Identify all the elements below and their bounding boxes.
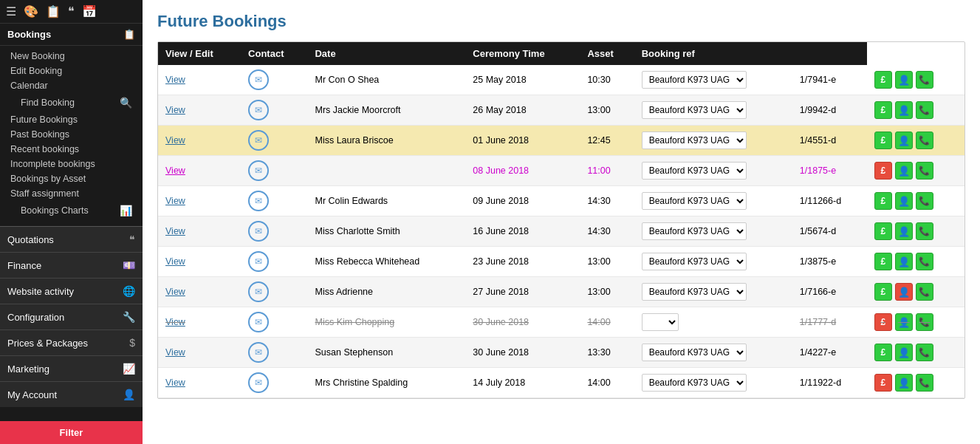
booking-ref: 1/1875-e xyxy=(792,156,867,186)
search-icon[interactable]: 🔍 xyxy=(120,97,132,109)
person-button[interactable]: 👤 xyxy=(895,192,913,210)
find-booking-row: Find Booking 🔍 xyxy=(0,93,143,112)
quotations-section[interactable]: Quotations ❝ xyxy=(0,226,143,252)
phone-button[interactable]: 📞 xyxy=(916,374,933,392)
view-link[interactable]: View xyxy=(165,347,185,358)
view-link[interactable]: View xyxy=(165,317,185,327)
view-link[interactable]: View xyxy=(165,287,185,297)
sidebar-item-edit-booking[interactable]: Edit Booking xyxy=(0,64,143,78)
person-button[interactable]: 👤 xyxy=(895,101,913,119)
money-button[interactable]: £ xyxy=(874,313,892,331)
prices-packages-section[interactable]: Prices & Packages $ xyxy=(0,329,143,355)
view-link[interactable]: View xyxy=(165,378,185,388)
phone-button[interactable]: 📞 xyxy=(916,101,933,119)
phone-button[interactable]: 📞 xyxy=(916,132,933,149)
asset-select[interactable]: Beauford K973 UAG xyxy=(642,101,747,119)
money-button[interactable]: £ xyxy=(874,344,892,361)
sidebar-item-future-bookings[interactable]: Future Bookings xyxy=(0,112,143,127)
website-activity-section[interactable]: Website activity 🌐 xyxy=(0,278,143,304)
person-button[interactable]: 👤 xyxy=(895,374,913,392)
email-icon[interactable]: ✉ xyxy=(248,251,269,272)
money-button[interactable]: £ xyxy=(874,71,892,89)
asset-select[interactable] xyxy=(642,313,679,331)
sidebar-item-past-bookings[interactable]: Past Bookings xyxy=(0,127,143,142)
phone-button[interactable]: 📞 xyxy=(916,162,933,180)
phone-button[interactable]: 📞 xyxy=(916,283,933,301)
view-link[interactable]: View xyxy=(165,105,185,115)
sidebar-item-find-booking[interactable]: Find Booking xyxy=(10,95,85,110)
sidebar-item-incomplete-bookings[interactable]: Incomplete bookings xyxy=(0,157,143,171)
money-button[interactable]: £ xyxy=(874,162,892,180)
configuration-section[interactable]: Configuration 🔧 xyxy=(0,304,143,329)
money-button[interactable]: £ xyxy=(874,101,892,119)
contact-name: Miss Rebecca Whitehead xyxy=(307,247,465,277)
palette-icon[interactable]: 🎨 xyxy=(24,4,38,18)
person-button[interactable]: 👤 xyxy=(895,222,913,240)
phone-button[interactable]: 📞 xyxy=(916,344,933,361)
asset-select[interactable]: Beauford K973 UAG xyxy=(642,71,747,89)
view-link[interactable]: View xyxy=(165,196,185,206)
finance-section[interactable]: Finance 💷 xyxy=(0,252,143,278)
email-icon[interactable]: ✉ xyxy=(248,100,269,120)
asset-select[interactable]: Beauford K973 UAG xyxy=(642,132,747,149)
sidebar-item-staff-assignment[interactable]: Staff assignment xyxy=(0,186,143,201)
asset-select[interactable]: Beauford K973 UAG xyxy=(642,283,747,301)
contact-name: Mrs Christine Spalding xyxy=(307,368,465,398)
calendar-icon[interactable]: 📅 xyxy=(82,4,97,18)
asset-select[interactable]: Beauford K973 UAG xyxy=(642,222,747,240)
email-icon[interactable]: ✉ xyxy=(248,312,269,332)
person-button[interactable]: 👤 xyxy=(895,313,913,331)
sidebar-item-bookings-charts[interactable]: Bookings Charts xyxy=(10,203,99,218)
view-link[interactable]: View xyxy=(165,165,185,176)
table-row: View✉Miss Rebecca Whitehead23 June 20181… xyxy=(158,247,964,277)
sidebar-item-recent-bookings[interactable]: Recent bookings xyxy=(0,142,143,157)
view-link[interactable]: View xyxy=(165,75,185,85)
bookings-table: View / Edit Contact Date Ceremony Time A… xyxy=(158,42,964,398)
person-button[interactable]: 👤 xyxy=(895,132,913,149)
view-link[interactable]: View xyxy=(165,135,185,146)
my-account-section[interactable]: My Account 👤 xyxy=(0,381,143,407)
filter-button[interactable]: Filter xyxy=(0,421,143,444)
money-button[interactable]: £ xyxy=(874,253,892,270)
money-button[interactable]: £ xyxy=(874,283,892,301)
asset-select[interactable]: Beauford K973 UAG xyxy=(642,192,747,210)
email-icon[interactable]: ✉ xyxy=(248,130,269,151)
sidebar-item-bookings-by-asset[interactable]: Bookings by Asset xyxy=(0,171,143,186)
bookings-section-header[interactable]: Bookings 📋 xyxy=(0,24,143,46)
email-icon[interactable]: ✉ xyxy=(248,69,269,90)
asset-select[interactable]: Beauford K973 UAG xyxy=(642,344,747,361)
money-button[interactable]: £ xyxy=(874,222,892,240)
money-button[interactable]: £ xyxy=(874,132,892,149)
table-row: View✉Mrs Jackie Moorcroft26 May 201813:0… xyxy=(158,95,964,126)
asset-select[interactable]: Beauford K973 UAG xyxy=(642,162,747,180)
phone-button[interactable]: 📞 xyxy=(916,253,933,270)
phone-button[interactable]: 📞 xyxy=(916,192,933,210)
marketing-section[interactable]: Marketing 📈 xyxy=(0,355,143,381)
email-icon[interactable]: ✉ xyxy=(248,372,269,393)
person-button[interactable]: 👤 xyxy=(895,283,913,301)
email-icon[interactable]: ✉ xyxy=(248,221,269,242)
email-icon[interactable]: ✉ xyxy=(248,160,269,181)
asset-select[interactable]: Beauford K973 UAG xyxy=(642,374,747,392)
email-icon[interactable]: ✉ xyxy=(248,342,269,363)
money-button[interactable]: £ xyxy=(874,192,892,210)
view-link[interactable]: View xyxy=(165,226,185,236)
person-button[interactable]: 👤 xyxy=(895,253,913,270)
phone-button[interactable]: 📞 xyxy=(916,71,933,89)
sidebar-item-new-booking[interactable]: New Booking xyxy=(0,49,143,64)
clipboard-icon[interactable]: 📋 xyxy=(46,4,61,18)
email-icon[interactable]: ✉ xyxy=(248,281,269,302)
phone-button[interactable]: 📞 xyxy=(916,222,933,240)
phone-button[interactable]: 📞 xyxy=(916,313,933,331)
menu-icon[interactable]: ☰ xyxy=(6,4,16,18)
quote-icon[interactable]: ❝ xyxy=(68,4,75,18)
person-button[interactable]: 👤 xyxy=(895,162,913,180)
view-link[interactable]: View xyxy=(165,256,185,267)
sidebar-item-calendar[interactable]: Calendar xyxy=(0,78,143,93)
configuration-label: Configuration xyxy=(7,312,64,323)
email-icon[interactable]: ✉ xyxy=(248,191,269,211)
money-button[interactable]: £ xyxy=(874,374,892,392)
person-button[interactable]: 👤 xyxy=(895,71,913,89)
person-button[interactable]: 👤 xyxy=(895,344,913,361)
asset-select[interactable]: Beauford K973 UAG xyxy=(642,253,747,270)
